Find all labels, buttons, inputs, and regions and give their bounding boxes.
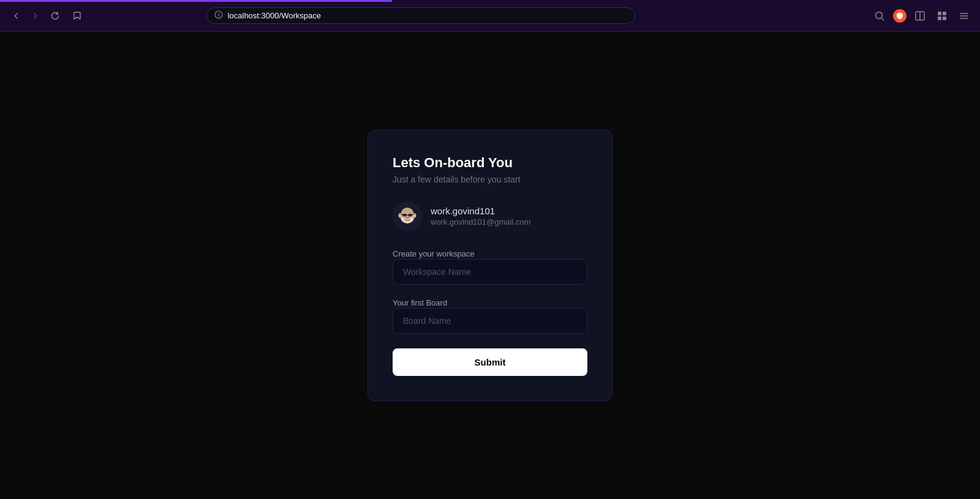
- svg-point-27: [408, 217, 409, 219]
- submit-button[interactable]: Submit: [393, 348, 587, 376]
- search-button[interactable]: [871, 7, 888, 24]
- page-content: Lets On-board You Just a few details bef…: [0, 32, 980, 499]
- board-name-input[interactable]: [393, 308, 587, 334]
- url-port: :3000: [259, 11, 279, 20]
- address-bar[interactable]: localhost:3000/Workspace: [206, 7, 635, 24]
- board-label: Your first Board: [393, 298, 447, 307]
- security-icon: [214, 10, 223, 21]
- svg-point-1: [218, 13, 219, 13]
- user-name: work.govind101: [431, 206, 531, 216]
- user-email: work.govind101@gmail.com: [431, 217, 531, 227]
- avatar: [393, 201, 422, 231]
- forward-button[interactable]: [27, 7, 44, 24]
- svg-rect-8: [943, 17, 946, 20]
- browser-chrome: localhost:3000/Workspace: [0, 0, 980, 32]
- card-title: Lets On-board You: [393, 155, 587, 171]
- user-details: work.govind101 work.govind101@gmail.com: [431, 206, 531, 227]
- card-subtitle: Just a few details before you start: [393, 174, 587, 184]
- menu-button[interactable]: [956, 7, 973, 24]
- browser-actions: [871, 7, 973, 24]
- onboarding-card: Lets On-board You Just a few details bef…: [368, 130, 612, 401]
- brave-icon: [893, 9, 907, 23]
- svg-rect-7: [938, 17, 941, 20]
- url-text: localhost:3000/Workspace: [228, 11, 321, 20]
- svg-rect-6: [943, 12, 946, 15]
- split-view-button[interactable]: [911, 7, 929, 24]
- svg-point-2: [875, 12, 882, 18]
- svg-point-25: [405, 217, 410, 220]
- extensions-button[interactable]: [933, 7, 951, 24]
- bookmark-button[interactable]: [69, 7, 86, 24]
- browser-nav: [7, 7, 64, 24]
- url-path: /Workspace: [279, 11, 321, 20]
- reload-button[interactable]: [47, 7, 64, 24]
- svg-rect-5: [938, 12, 941, 15]
- avatar-image: [394, 203, 420, 229]
- loading-bar: [0, 0, 392, 2]
- url-host: localhost: [228, 11, 259, 20]
- workspace-name-input[interactable]: [393, 259, 587, 285]
- svg-point-26: [406, 217, 407, 219]
- svg-rect-28: [402, 214, 407, 217]
- workspace-label: Create your workspace: [393, 249, 475, 258]
- svg-rect-29: [408, 214, 412, 217]
- user-info: work.govind101 work.govind101@gmail.com: [393, 201, 587, 231]
- back-button[interactable]: [7, 7, 24, 24]
